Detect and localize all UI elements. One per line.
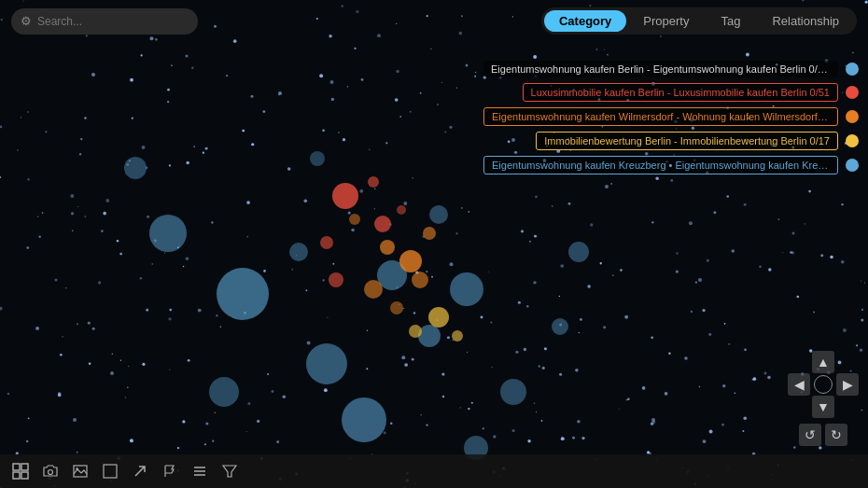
tab-group: Category Property Tag Relationship (541, 7, 857, 35)
svg-point-51 (49, 470, 53, 475)
legend-item-1: Eigentumswohnung kaufen Berlin - Eigentu… (483, 61, 859, 77)
search-icon: ⚙ (21, 14, 32, 28)
filter-icon[interactable] (218, 460, 241, 482)
nav-rotate-right-button[interactable]: ↻ (825, 424, 847, 446)
svg-rect-47 (13, 464, 20, 470)
top-bar: ⚙ Category Property Tag Relationship (0, 7, 868, 35)
nav-left-button[interactable]: ◀ (788, 373, 810, 396)
legend-dot-3 (846, 110, 859, 123)
flag-icon[interactable] (159, 460, 181, 482)
bottom-bar (0, 454, 868, 488)
legend-label-1: Eigentumswohnung kaufen Berlin - Eigentu… (483, 61, 838, 77)
nav-down-button[interactable]: ▼ (812, 396, 834, 418)
legend-dot-5 (846, 159, 859, 172)
nav-row-mid: ◀ ▶ (788, 373, 859, 396)
tab-relationship[interactable]: Relationship (757, 10, 854, 32)
legend-item-4: Immobilienbewertung Berlin - Immobilienb… (483, 132, 859, 150)
legend-dot-4 (846, 134, 859, 147)
legend-item-3: Eigentumswohnung kaufen Wilmersdorf - Wo… (483, 107, 859, 126)
legend-dot-1 (846, 63, 859, 76)
legend-label-4: Immobilienbewertung Berlin - Immobilienb… (536, 132, 838, 150)
legend-item-5: Eigentumswohnung kaufen Kreuzberg • Eige… (483, 156, 859, 174)
nav-row-zoom: ↺ ↻ (799, 424, 847, 446)
search-bar[interactable]: ⚙ (11, 8, 198, 35)
image-icon[interactable] (69, 460, 91, 482)
svg-rect-48 (21, 464, 28, 470)
legend-label-5: Eigentumswohnung kaufen Kreuzberg • Eige… (483, 156, 838, 174)
tab-tag[interactable]: Tag (706, 10, 755, 32)
tab-category[interactable]: Category (544, 10, 626, 32)
nav-rotate-left-button[interactable]: ↺ (799, 424, 821, 446)
camera-icon[interactable] (39, 460, 62, 482)
svg-rect-54 (104, 465, 117, 478)
tab-property[interactable]: Property (628, 10, 704, 32)
legend-label-3: Eigentumswohnung kaufen Wilmersdorf - Wo… (483, 107, 838, 126)
legend-label-2: Luxusimmobilie kaufen Berlin - Luxusimmo… (523, 83, 838, 102)
nav-center-dot (814, 375, 833, 394)
svg-rect-50 (21, 472, 28, 479)
nav-row-top: ▲ (812, 351, 834, 373)
nav-right-button[interactable]: ▶ (836, 373, 859, 396)
legend-panel: Eigentumswohnung kaufen Berlin - Eigentu… (483, 61, 859, 174)
box-icon[interactable] (99, 460, 121, 482)
legend-item-2: Luxusimmobilie kaufen Berlin - Luxusimmo… (483, 83, 859, 102)
grid-icon[interactable] (9, 460, 32, 482)
nav-controls: ▲ ◀ ▶ ▼ ↺ ↻ (788, 351, 859, 446)
nav-up-button[interactable]: ▲ (812, 351, 834, 373)
share-icon[interactable] (129, 460, 151, 482)
svg-marker-58 (223, 466, 236, 477)
legend-dot-2 (846, 86, 859, 99)
svg-point-53 (76, 467, 77, 469)
nav-row-bot: ▼ (812, 396, 834, 418)
list-icon[interactable] (189, 460, 211, 482)
search-input[interactable] (37, 15, 189, 28)
svg-rect-49 (13, 472, 20, 479)
